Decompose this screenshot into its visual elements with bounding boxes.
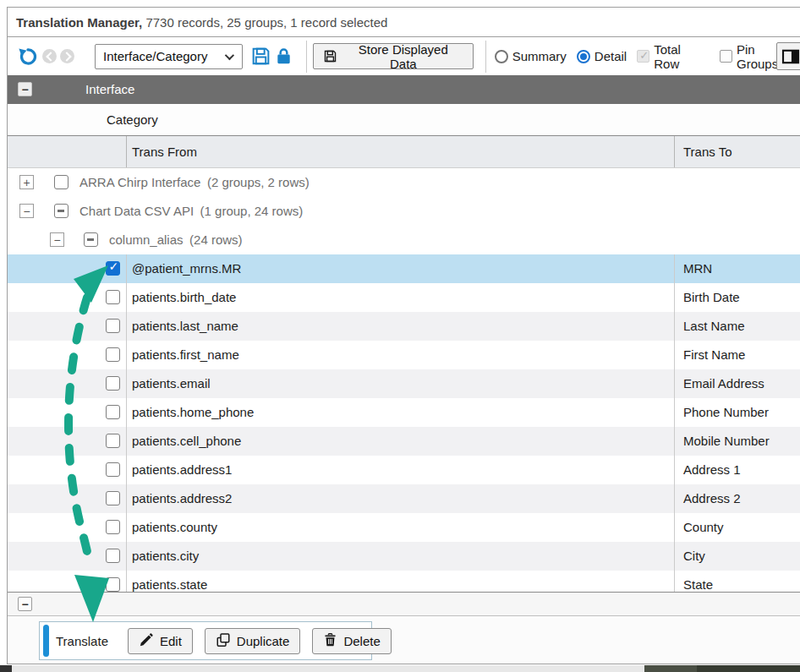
trans-from-cell: patients.last_name — [132, 319, 238, 333]
edit-button[interactable]: Edit — [128, 628, 193, 654]
store-button-label: Store Displayed Data — [343, 42, 463, 71]
option-label: Summary — [512, 49, 567, 63]
row-checkbox[interactable] — [106, 434, 120, 448]
row-divider — [126, 513, 127, 542]
table-row[interactable]: patients.stateState — [8, 571, 800, 592]
trans-to-column-header[interactable]: Trans To — [683, 145, 732, 159]
duplicate-button[interactable]: Duplicate — [205, 628, 301, 654]
summary-radio[interactable] — [495, 50, 508, 63]
table-row[interactable]: patients.home_phonePhone Number — [8, 398, 800, 427]
trans-from-cell: patients.city — [132, 549, 199, 563]
trans-from-cell: patients.address2 — [132, 491, 232, 505]
toolbar: Interface/Category — [8, 37, 800, 75]
table-row[interactable]: @patient_mrns.MRMRN — [8, 254, 800, 283]
collapse-panel-button[interactable] — [18, 597, 32, 611]
total-row-option[interactable]: Total Row — [637, 42, 710, 71]
row-divider — [674, 312, 675, 341]
group-checkbox[interactable] — [54, 175, 68, 189]
row-checkbox[interactable] — [106, 549, 120, 563]
undo-icon[interactable] — [17, 46, 39, 68]
table-row[interactable]: patients.first_nameFirst Name — [8, 341, 800, 369]
table-row[interactable]: patients.cityCity — [8, 542, 800, 571]
trans-to-cell: Last Name — [683, 319, 745, 333]
row-divider — [126, 571, 127, 592]
row-checkbox[interactable] — [106, 520, 120, 534]
group-checkbox[interactable] — [84, 232, 98, 247]
taskbar-strip — [697, 665, 800, 672]
chevron-down-icon — [225, 50, 234, 59]
table-row[interactable]: patients.birth_dateBirth Date — [8, 283, 800, 312]
group-label: Chart Data CSV API (1 group, 24 rows) — [79, 204, 303, 218]
trans-to-cell: Address 2 — [683, 491, 741, 505]
record-summary: 7730 records, 25 groups, 1 record select… — [142, 15, 387, 30]
table-row[interactable]: patients.cell_phoneMobile Number — [8, 427, 800, 456]
taskbar-strip — [12, 665, 644, 672]
summary-option[interactable]: Summary — [495, 49, 567, 63]
group-checkbox[interactable] — [54, 204, 68, 218]
category-group-header: Category — [8, 104, 800, 136]
save-icon[interactable] — [250, 46, 271, 67]
pin-groups-checkbox[interactable] — [720, 50, 732, 63]
row-divider — [126, 484, 127, 513]
row-checkbox[interactable] — [106, 319, 120, 333]
taskbar-strip — [0, 665, 12, 672]
interface-header-label: Interface — [85, 82, 134, 96]
row-divider — [674, 484, 675, 513]
delete-button[interactable]: Delete — [312, 628, 391, 654]
button-label: Duplicate — [237, 634, 290, 648]
expand-toggle-icon[interactable]: + — [19, 175, 34, 189]
trans-from-column-header[interactable]: Trans From — [132, 145, 197, 159]
lock-icon[interactable] — [274, 46, 293, 66]
action-area: Translate EditDuplicateDelete — [8, 616, 800, 664]
trans-to-cell: County — [683, 520, 724, 534]
row-divider — [674, 254, 675, 283]
option-label: Detail — [595, 49, 627, 63]
split-view-button[interactable] — [776, 42, 800, 70]
window-title: Translation Manager, 7730 records, 25 gr… — [8, 8, 800, 37]
group-label: column_alias (24 rows) — [109, 232, 243, 247]
table-row[interactable]: patients.last_nameLast Name — [8, 312, 800, 341]
category-header-label: Category — [107, 112, 158, 127]
table-row[interactable]: patients.address1Address 1 — [8, 456, 800, 484]
button-label: Delete — [343, 634, 380, 648]
row-checkbox[interactable] — [106, 577, 120, 592]
group-row[interactable]: +ARRA Chirp Interface (2 groups, 2 rows) — [8, 168, 800, 197]
detail-radio[interactable] — [577, 50, 590, 63]
table-row[interactable]: patients.countyCounty — [8, 513, 800, 542]
row-divider — [126, 456, 127, 484]
row-checkbox[interactable] — [106, 462, 120, 477]
row-checkbox[interactable] — [106, 261, 120, 276]
row-checkbox[interactable] — [106, 491, 120, 505]
row-checkbox[interactable] — [106, 347, 120, 362]
row-divider — [126, 427, 127, 456]
expand-toggle-icon[interactable]: − — [50, 232, 64, 247]
trans-to-cell: Birth Date — [683, 290, 740, 304]
row-checkbox[interactable] — [106, 376, 120, 391]
store-displayed-data-button[interactable]: Store Displayed Data — [313, 43, 474, 69]
row-divider — [674, 513, 675, 542]
trans-to-cell: Email Address — [683, 376, 764, 391]
table-row[interactable]: patients.emailEmail Address — [8, 369, 800, 398]
forward-button[interactable] — [60, 49, 74, 63]
collapse-interface-button[interactable] — [18, 82, 32, 96]
row-checkbox[interactable] — [106, 405, 120, 419]
expand-toggle-icon[interactable]: − — [19, 204, 34, 218]
total-row-checkbox[interactable] — [637, 50, 649, 63]
trans-to-cell: Phone Number — [683, 405, 769, 419]
trans-from-cell: @patient_mrns.MR — [132, 261, 241, 276]
trans-from-cell: patients.address1 — [132, 462, 232, 477]
row-checkbox[interactable] — [106, 290, 120, 304]
grouping-select[interactable]: Interface/Category — [95, 44, 243, 69]
save-icon — [323, 49, 337, 63]
trans-to-cell: MRN — [683, 261, 712, 276]
app-frame: Translation Manager, 7730 records, 25 gr… — [7, 7, 800, 664]
app-title: Translation Manager, — [16, 15, 142, 30]
footer-collapse-bar — [8, 592, 800, 616]
group-row[interactable]: −column_alias (24 rows) — [8, 226, 800, 254]
group-row[interactable]: −Chart Data CSV API (1 group, 24 rows) — [8, 197, 800, 226]
detail-option[interactable]: Detail — [577, 49, 627, 63]
table-row[interactable]: patients.address2Address 2 — [8, 484, 800, 513]
column-headers: Trans From Trans To — [8, 136, 800, 168]
back-button[interactable] — [42, 49, 57, 63]
group-label: ARRA Chirp Interface (2 groups, 2 rows) — [79, 175, 310, 189]
